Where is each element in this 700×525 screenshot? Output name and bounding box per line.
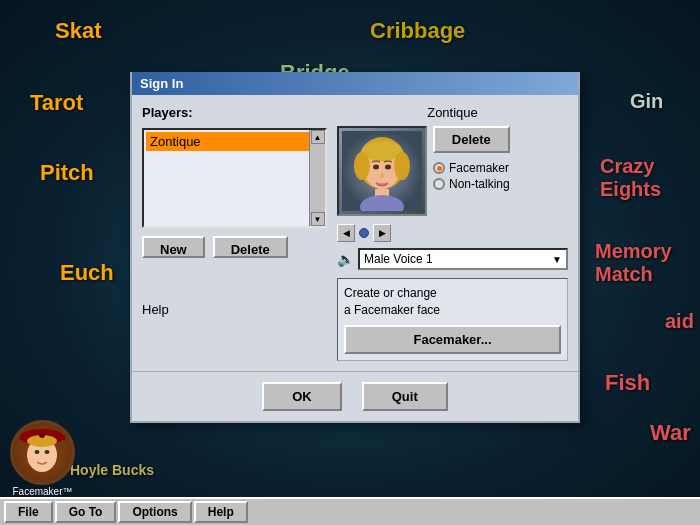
voice-label: Male Voice 1 (364, 252, 433, 266)
speaker-icon: 🔈 (337, 251, 354, 267)
svg-point-13 (354, 152, 370, 180)
game-label-gin: Gin (630, 90, 663, 113)
dialog-body: Players: Zontique ▲ ▼ New Delete Help Zo… (132, 95, 578, 371)
facemaker-radio-label: Facemaker (449, 161, 509, 175)
svg-point-5 (45, 450, 50, 454)
quit-button[interactable]: Quit (362, 382, 448, 411)
taskbar: File Go To Options Help (0, 497, 700, 525)
scroll-down-arrow[interactable]: ▼ (311, 212, 325, 226)
nav-right-arrow[interactable]: ▶ (373, 224, 391, 242)
svg-point-4 (35, 450, 40, 454)
game-label-euch: Euch (60, 260, 114, 286)
game-label-memory-match: Memory Match (595, 240, 700, 286)
dialog-titlebar: Sign In (132, 72, 578, 95)
nontalking-radio[interactable] (433, 178, 445, 190)
avatar-controls: Delete Facemaker Non-talking (433, 126, 510, 191)
nontalking-radio-item[interactable]: Non-talking (433, 177, 510, 191)
file-menu-button[interactable]: File (4, 501, 53, 523)
game-label-aid: aid (665, 310, 694, 333)
scrollbar-vertical[interactable]: ▲ ▼ (309, 130, 325, 226)
player-name-display: Zontique (337, 105, 568, 120)
new-button[interactable]: New (142, 236, 205, 258)
facemaker-avatar (10, 420, 75, 485)
game-label-fish: Fish (605, 370, 650, 396)
options-menu-button[interactable]: Options (118, 501, 191, 523)
game-label-war: War (650, 420, 691, 446)
svg-point-15 (373, 165, 379, 170)
svg-point-16 (385, 165, 391, 170)
game-label-cribbage: Cribbage (370, 18, 465, 44)
goto-menu-button[interactable]: Go To (55, 501, 117, 523)
avatar-box (337, 126, 427, 216)
facemaker-radio[interactable] (433, 162, 445, 174)
voice-dropdown[interactable]: Male Voice 1 ▼ (358, 248, 568, 270)
game-label-skat: Skat (55, 18, 101, 44)
facemaker-label: Facemaker™ (5, 486, 80, 497)
player-buttons: New Delete (142, 236, 327, 258)
ok-button[interactable]: OK (262, 382, 342, 411)
radio-group: Facemaker Non-talking (433, 161, 510, 191)
game-label-pitch: Pitch (40, 160, 94, 186)
scroll-up-arrow[interactable]: ▲ (311, 130, 325, 144)
svg-point-6 (39, 432, 45, 438)
game-label-crazy-eights: Crazy Eights (600, 155, 700, 201)
delete-button-left[interactable]: Delete (213, 236, 288, 258)
avatar-area: Delete Facemaker Non-talking (337, 126, 568, 216)
dialog-footer: OK Quit (132, 371, 578, 421)
players-label: Players: (142, 105, 327, 120)
delete-button-right[interactable]: Delete (433, 126, 510, 153)
players-listbox[interactable]: Zontique ▲ ▼ (142, 128, 327, 228)
game-label-tarot: Tarot (30, 90, 83, 116)
facemaker-radio-item[interactable]: Facemaker (433, 161, 510, 175)
facemaker-button[interactable]: Facemaker... (344, 325, 561, 354)
list-item[interactable]: Zontique (146, 132, 323, 151)
left-panel: Players: Zontique ▲ ▼ New Delete Help (142, 105, 327, 361)
nav-left-arrow[interactable]: ◀ (337, 224, 355, 242)
dropdown-arrow-icon: ▼ (552, 254, 562, 265)
dialog-title: Sign In (140, 76, 183, 91)
game-label-hoyle-bucks: Hoyle Bucks (70, 462, 154, 478)
svg-point-14 (394, 152, 410, 180)
nontalking-radio-label: Non-talking (449, 177, 510, 191)
voice-row: 🔈 Male Voice 1 ▼ (337, 248, 568, 270)
help-menu-button[interactable]: Help (194, 501, 248, 523)
listbox-inner: Zontique (144, 130, 325, 153)
facemaker-description: Create or change a Facemaker face (344, 285, 561, 319)
nav-dot (359, 228, 369, 238)
signin-dialog: Sign In Players: Zontique ▲ ▼ New Delete (130, 72, 580, 423)
help-label: Help (142, 302, 327, 317)
right-panel: Zontique (337, 105, 568, 361)
avatar-image (342, 131, 422, 211)
